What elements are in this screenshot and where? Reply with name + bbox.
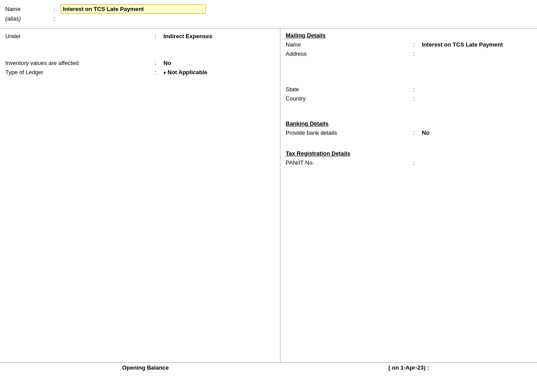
mailing-name-value: Interest on TCS Late Payment [422, 41, 503, 48]
ledger-type-colon: : [155, 69, 163, 76]
inventory-row: Inventory values are affected : No [5, 60, 275, 66]
state-row: State : [280, 85, 537, 94]
alias-label: (alias) [5, 15, 54, 22]
ledger-type-text: Not Applicable [167, 69, 207, 76]
ledger-type-value: ♦ Not Applicable [163, 69, 207, 76]
right-panel: Mailing Details Name : Interest on TCS L… [280, 29, 537, 362]
country-colon: : [413, 95, 422, 102]
opening-balance-date: ( on 1-Apr-23) : [286, 364, 532, 371]
name-input[interactable] [61, 4, 206, 14]
ledger-type-label: Type of Ledger [5, 69, 155, 76]
address-row: Address : [280, 50, 537, 58]
country-row: Country : [280, 94, 537, 103]
under-row: Under : Indirect Expenses [5, 33, 275, 40]
pan-label: PAN/IT No. [286, 159, 413, 166]
inventory-value: No [163, 60, 171, 66]
top-section: Name : (alias) : [0, 0, 537, 28]
inventory-colon: : [155, 60, 163, 66]
country-label: Country [286, 95, 413, 102]
opening-balance-label: Opening Balance [5, 364, 286, 371]
mailing-name-label: Name [286, 41, 413, 48]
bottom-bar: Opening Balance ( on 1-Apr-23) : [0, 362, 537, 373]
bank-colon: : [413, 129, 422, 136]
state-label: State [286, 86, 413, 93]
banking-header: Banking Details [280, 117, 537, 129]
name-label: Name [5, 6, 54, 12]
under-colon: : [155, 33, 163, 40]
pan-colon: : [413, 159, 422, 166]
tax-header: Tax Registration Details [280, 147, 537, 158]
left-panel: Under : Indirect Expenses Inventory valu… [0, 29, 280, 362]
mailing-name-colon: : [413, 41, 422, 48]
address-colon: : [413, 50, 422, 57]
name-colon: : [54, 6, 61, 12]
pan-row: PAN/IT No. : [280, 158, 537, 167]
inventory-label: Inventory values are affected [5, 60, 155, 66]
main-layout: Under : Indirect Expenses Inventory valu… [0, 28, 537, 362]
bank-label: Provide bank details [286, 129, 413, 136]
alias-row: (alias) : [5, 15, 532, 22]
address-label: Address [286, 50, 413, 57]
state-colon: : [413, 86, 422, 93]
under-label: Under [5, 33, 155, 40]
bank-value: No [422, 129, 429, 136]
name-row: Name : [5, 4, 532, 14]
under-value: Indirect Expenses [163, 33, 212, 40]
mailing-name-row: Name : Interest on TCS Late Payment [280, 40, 537, 49]
ledger-type-row: Type of Ledger : ♦ Not Applicable [5, 69, 275, 76]
diamond-icon: ♦ [163, 70, 166, 75]
alias-colon: : [54, 15, 61, 22]
bank-row: Provide bank details : No [280, 129, 537, 137]
mailing-header: Mailing Details [280, 29, 537, 40]
